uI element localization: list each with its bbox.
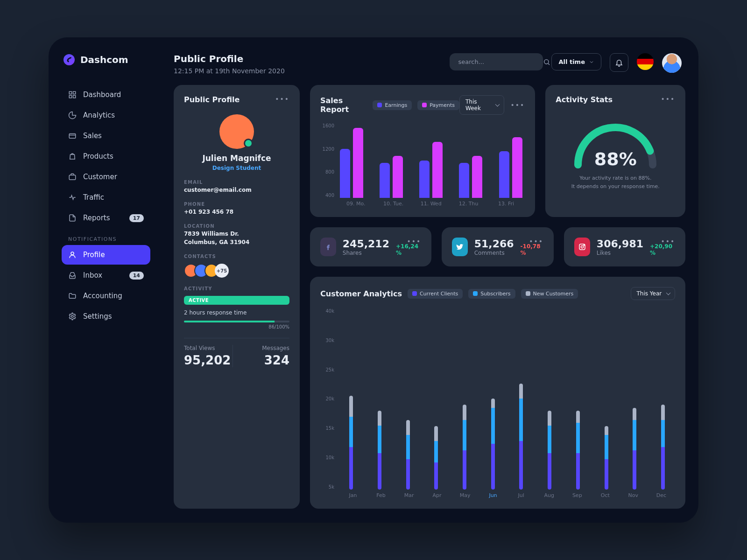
x-label[interactable]: Sep [563,492,591,498]
search-input[interactable] [457,58,538,66]
bell-icon [615,58,623,67]
x-label: 13. Fri [487,201,525,207]
time-range-select[interactable]: All time [551,53,601,70]
chevron-down-icon [589,59,594,65]
facebook-icon [320,238,336,256]
sidebar-item-traffic[interactable]: Traffic [62,188,150,207]
x-label[interactable]: Jun [479,492,507,498]
user-avatar[interactable] [662,53,682,73]
card-menu-icon[interactable]: ••• [511,101,525,109]
customer-range-label: This Year [637,290,662,297]
x-label[interactable]: Dec [647,492,675,498]
activity-gauge: 88% [569,113,662,169]
brand: Dashcom [63,54,150,65]
messages-label: Messages [241,345,290,351]
kpi-comments: ••• 51,266Comments -10,78 % [442,227,554,266]
location-line2: Columbus, GA 31904 [184,239,289,245]
topbar: Public Profile 12:15 PM at 19th November… [174,53,682,75]
legend-current-clients: Current Clients [408,289,463,299]
sidebar-item-analytics[interactable]: Analytics [62,105,150,125]
svg-point-13 [584,245,585,246]
svg-rect-2 [69,96,71,98]
x-label[interactable]: Mar [395,492,423,498]
phone-value: +01 923 456 78 [184,209,289,215]
card-menu-icon[interactable]: ••• [275,95,289,103]
card-menu-icon[interactable]: ••• [661,95,676,103]
bar-earnings [419,161,430,198]
views-value: 95,202 [184,353,233,367]
x-label[interactable]: Aug [535,492,563,498]
page-subtitle: 12:15 PM at 19th November 2020 [174,67,285,75]
card-title: Customer Analytics [320,289,402,298]
x-label[interactable]: Jul [507,492,535,498]
x-label[interactable]: Nov [619,492,647,498]
bar-group [457,156,485,198]
sidebar-item-settings[interactable]: Settings [62,307,150,326]
sidebar-item-products[interactable]: Products [62,147,150,166]
contacts-label: CONTACTS [184,254,289,259]
sidebar-section-label: NOTIFICATIONS [62,228,150,245]
kpi-value: 51,266 [474,238,514,250]
sidebar-badge: 14 [129,272,144,280]
kpi-label: Likes [597,250,643,256]
email-label: EMAIL [184,180,289,185]
contact-more[interactable]: +75 [215,264,229,278]
card-menu-icon[interactable]: ••• [529,238,543,245]
card-title: Public Profile [184,95,289,104]
email-value: customer@email.com [184,187,289,193]
search-icon [543,58,550,66]
brand-name: Dashcom [80,54,128,65]
notifications-button[interactable] [610,53,628,72]
bar-payments [512,137,522,198]
messages-value: 324 [241,353,290,367]
sales-range-label: This Week [465,98,481,112]
activity-stats-card: Activity Stats ••• 88% Your activity rat… [545,85,685,217]
sidebar-item-label: Analytics [83,111,115,119]
x-label[interactable]: Apr [423,492,451,498]
card-menu-icon[interactable]: ••• [407,238,421,245]
activity-progress-label: 86/100% [184,324,289,329]
bar-group [496,137,525,198]
x-label[interactable]: Jan [339,492,367,498]
sidebar-item-label: Customer [83,173,117,181]
sidebar-item-dashboard[interactable]: Dashboard [62,85,150,105]
profile-role: Design Student [184,165,289,171]
sidebar-item-accounting[interactable]: Accounting [62,286,150,306]
sidebar-badge: 17 [129,214,144,222]
locale-flag-germany[interactable] [637,53,654,70]
card-menu-icon[interactable]: ••• [661,238,676,245]
activity-progress [184,321,289,322]
sidebar-item-sales[interactable]: Sales [62,126,150,146]
svg-rect-3 [73,96,76,98]
sidebar-item-reports[interactable]: Reports17 [62,208,150,228]
svg-point-9 [544,59,549,63]
sales-report-card: Sales Report Earnings Payments This Week… [310,85,535,217]
analytics-column [367,368,392,490]
analytics-column [509,368,534,490]
twitter-icon [452,238,467,256]
sales-range-select[interactable]: This Week [459,95,504,115]
kpi-label: Comments [474,250,514,256]
sidebar-item-profile[interactable]: Profile [62,245,150,265]
sidebar-item-inbox[interactable]: Inbox14 [62,266,150,285]
sidebar-item-label: Reports [83,214,110,222]
x-label: 10. Tue. [374,201,412,207]
customer-range-select[interactable]: This Year [631,287,676,300]
bar-payments [472,156,482,198]
search-field[interactable] [450,53,543,70]
x-label[interactable]: Feb [367,492,395,498]
profile-name: Julien Magnifce [184,154,289,163]
x-label: 12. Thu [450,201,487,207]
x-label[interactable]: Oct [591,492,619,498]
card-title: Sales Report [320,96,367,114]
kpi-delta: +20,90 % [650,243,675,256]
x-label[interactable]: May [451,492,479,498]
sidebar-item-customer[interactable]: Customer [62,167,150,187]
svg-point-7 [71,252,74,255]
location-label: LOCATION [184,224,289,229]
kpi-delta: -10,78 % [521,243,543,256]
svg-rect-1 [73,91,76,94]
activity-line2: It depends on your response time. [556,182,675,191]
sidebar-item-label: Accounting [83,292,122,300]
file-icon [68,214,77,222]
